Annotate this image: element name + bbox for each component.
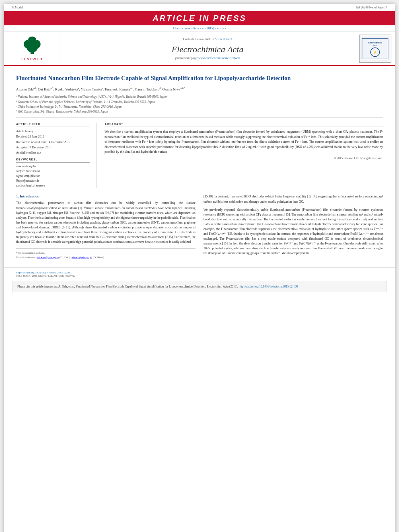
page: G Model EA 26249 No. of Pages 7 ARTICLE … [4,4,395,532]
affiliation-c: c Chiba Institute of Technology, 2-17-1 … [16,105,383,109]
keywords-title: Keywords: [16,158,90,162]
body-col-right: [15,18]. In contrast, fluorinated BDD el… [204,194,383,259]
article-content: Fluorinated Nanocarbon Film Electrode Ca… [4,66,395,267]
article-info-title: ARTICLE INFO [16,123,90,127]
email-note: E-mail addresses: dai.kato@aist.go.jp (D… [16,255,195,260]
svg-rect-5 [360,37,390,61]
body-columns: 1. Introduction The electrochemical perf… [16,194,383,259]
copyright-text: 0013-4686/© 2015 Elsevier Ltd. All right… [16,274,75,277]
keyword-1: nanocarbon film [16,164,90,169]
sciencedirect-anchor[interactable]: ScienceDirect [215,37,232,41]
journal-ref-line: Electrochimica Acta xxx (2015) xxx–xxx [4,25,395,32]
keyword-4: lipopolysaccharide [16,179,90,183]
article-title: Fluorinated Nanocarbon Film Electrode Ca… [16,74,383,82]
journal-title-area: Contents lists available at ScienceDirec… [60,32,355,65]
affiliation-b: b Graduate School of Pure and Applied Sc… [16,100,383,104]
sciencedirect-link: Contents lists available at ScienceDirec… [183,37,232,41]
journal-name: Electrochimica Acta [172,44,244,55]
body-col-left: 1. Introduction The electrochemical perf… [16,194,195,259]
svg-text:Acta: Acta [373,44,377,47]
affiliation-a: a National Institute of Advanced Industr… [16,94,383,99]
elsevier-tree-icon [22,36,42,56]
article-history-label: Article history: [16,129,90,133]
doi-footer: http://dx.doi.org/10.1016/j.electacta.20… [4,267,395,281]
article-info-abstract-columns: ARTICLE INFO Article history: Received 2… [16,123,383,188]
abstract-copyright: © 2015 Elsevier Ltd. All rights reserved… [105,156,383,160]
received-date: Received 22 June 2015 [16,134,90,139]
affiliations: a National Institute of Advanced Industr… [16,94,383,118]
available-online: Available online xxx [16,150,90,155]
homepage-link: journal homepage: www.elsevier.com/locat… [175,56,240,60]
keyword-2: surface fluorination [16,169,90,174]
abstract-title: ABSTRACT [105,123,383,127]
homepage-url[interactable]: www.elsevier.com/locate/electacta [198,56,240,60]
svg-text:Electrochimica: Electrochimica [368,41,383,43]
elsevier-logo: ELSEVIER [4,32,60,65]
revised-date: Received in revised form 14 December 201… [16,140,90,144]
section1-col2-para2: We previously reported electrochemically… [204,207,383,256]
sciencedirect-prefix: Contents lists available at [183,37,214,41]
footnotes: * Corresponding authors. E-mail addresse… [16,249,195,259]
abstract-text: We describe a current amplification syst… [105,129,383,154]
email-niwa[interactable]: niwa.o@aist.go.jp [72,256,92,259]
abstract-area: ABSTRACT We describe a current amplifica… [105,123,383,188]
elsevier-text: ELSEVIER [21,57,43,61]
authors: Atsumu Odaa,b, Dai Katoa,*, Kyoko Yoshio… [16,86,383,92]
g-model-label: G Model [12,6,23,9]
article-in-press-text: ARTICLE IN PRESS [152,14,246,23]
section1-col1-text: The electrochemical performance of carbo… [16,201,195,244]
affiliation-d: d JNC Corporation, 5-1, Okawa, Kanazawa-… [16,109,383,114]
accepted-date: Accepted 14 December 2015 [16,145,90,150]
article-info-column: ARTICLE INFO Article history: Received 2… [16,123,97,188]
citation-doi-link[interactable]: http://dx.doi.org/10.1016/j.electacta.20… [239,285,298,288]
journal-header: ELSEVIER Contents lists available at Sci… [4,32,395,66]
citation-banner: Please cite this article in press as: A.… [12,281,387,292]
section1-title: 1. Introduction [16,194,195,198]
journal-logo-right: Electrochimica Acta ⚡ [355,32,395,65]
citation-text: Please cite this article in press as: A.… [17,285,238,288]
electrochimica-logo-icon: Electrochimica Acta ⚡ [360,37,390,61]
svg-point-4 [28,37,36,43]
article-ref: EA 26249 No. of Pages 7 [356,6,387,9]
homepage-label: journal homepage: [175,56,197,60]
svg-text:⚡: ⚡ [373,51,377,54]
journal-logo-box: Electrochimica Acta ⚡ [359,35,391,63]
top-meta: G Model EA 26249 No. of Pages 7 [4,4,395,11]
article-in-press-banner: ARTICLE IN PRESS [4,11,395,25]
keyword-3: signal amplification [16,174,90,179]
section1-col2-para1: [15,18]. In contrast, fluorinated BDD el… [204,194,383,204]
corresponding-note: * Corresponding authors. [16,251,195,255]
email-kato[interactable]: dai.kato@aist.go.jp [37,256,58,259]
keyword-5: electrochemical sensors [16,183,90,188]
doi-link[interactable]: http://dx.doi.org/10.1016/j.electacta.20… [16,271,71,274]
journal-ref-text: Electrochimica Acta xxx (2015) xxx–xxx [173,27,226,30]
